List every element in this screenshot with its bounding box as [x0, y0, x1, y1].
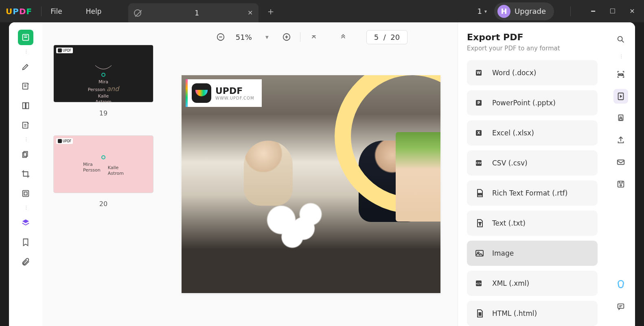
export-rtf[interactable]: RTF Rich Text Format (.rtf): [467, 180, 598, 206]
email-button[interactable]: [613, 155, 628, 170]
form-tool[interactable]: [18, 117, 33, 133]
unsaved-icon: [134, 9, 141, 17]
attachment-tool[interactable]: [18, 254, 33, 269]
window-count-dropdown[interactable]: 1 ▾: [478, 7, 487, 15]
more-icon: ⋯: [23, 50, 28, 55]
divider: [570, 7, 571, 16]
export-image[interactable]: Image: [467, 241, 598, 266]
xml-icon: </>: [474, 278, 485, 289]
svg-point-33: [620, 185, 622, 186]
save-button[interactable]: [613, 177, 628, 191]
document-canvas: 51% ▼ 5 / 20 UPDF WWW.UPDF.COM: [164, 22, 458, 326]
ai-assistant-button[interactable]: [613, 277, 628, 292]
html-icon: H: [474, 308, 485, 319]
zoom-in-button[interactable]: [280, 31, 293, 43]
svg-text:H: H: [479, 313, 482, 316]
export-title: Export PDF: [467, 32, 598, 42]
new-tab-button[interactable]: ＋: [266, 5, 276, 18]
window-close-button[interactable]: ✕: [626, 7, 638, 15]
svg-text:</>: </>: [476, 282, 482, 285]
prev-page-button[interactable]: [337, 31, 349, 43]
window-maximize-button[interactable]: ☐: [607, 7, 619, 15]
bookmark-tool[interactable]: [18, 235, 33, 250]
more-icon: ⋯: [23, 137, 28, 143]
export-xml[interactable]: </> XML (.xml): [467, 271, 598, 296]
window-minimize-button[interactable]: ━: [587, 7, 599, 15]
document-tab[interactable]: 1 ✕: [128, 3, 258, 22]
export-powerpoint[interactable]: P PowerPoint (.pptx): [467, 90, 598, 115]
svg-rect-4: [23, 122, 28, 128]
compress-tool[interactable]: [18, 186, 33, 201]
svg-text:X: X: [478, 131, 480, 135]
pages-tool[interactable]: [18, 98, 33, 113]
workspace: ⋯ ⋯ ⋯: [9, 22, 635, 326]
titlebar-right: 1 ▾ H Upgrade ━ ☐ ✕: [478, 2, 638, 20]
crop-tool[interactable]: [18, 166, 33, 182]
export-panel: Export PDF Export your PDF to any format…: [458, 22, 607, 326]
zoom-value: 51%: [236, 33, 252, 41]
thumbnail-panel: UPDF MiraPersson andKalleAstrom 19 UPDF …: [42, 22, 164, 326]
page-photo-side: [396, 132, 440, 222]
export-html[interactable]: H HTML (.html): [467, 301, 598, 326]
reader-tool[interactable]: [18, 30, 33, 45]
menu-help[interactable]: Help: [86, 7, 102, 15]
upgrade-button[interactable]: H Upgrade: [494, 2, 554, 20]
ocr-button[interactable]: OCR: [613, 67, 628, 82]
page-view[interactable]: UPDF WWW.UPDF.COM: [182, 75, 440, 293]
svg-text:P: P: [478, 101, 480, 105]
svg-rect-29: [619, 115, 623, 121]
page-indicator[interactable]: 5 / 20: [366, 30, 407, 44]
svg-rect-5: [24, 152, 27, 156]
export-text[interactable]: T Text (.txt): [467, 211, 598, 236]
thumb-badge: UPDF: [56, 48, 73, 53]
search-button[interactable]: [613, 32, 628, 47]
upgrade-label: Upgrade: [515, 7, 546, 15]
more-icon: ⋯: [618, 54, 624, 60]
svg-rect-6: [23, 152, 26, 157]
more-icon: ⋯: [23, 206, 28, 211]
thumb-badge: UPDF: [56, 138, 73, 144]
avatar: H: [497, 5, 510, 18]
export-subtitle: Export your PDF to any format: [467, 45, 598, 52]
chevron-down-icon: ▾: [484, 9, 487, 14]
text-icon: T: [474, 218, 485, 228]
tab-close-button[interactable]: ✕: [248, 9, 253, 17]
thumbnail-19[interactable]: UPDF MiraPersson andKalleAstrom: [54, 45, 153, 102]
export-excel[interactable]: X Excel (.xlsx): [467, 120, 598, 146]
thumbnail-number: 20: [54, 200, 153, 208]
menu-file[interactable]: File: [50, 7, 62, 15]
highlight-tool[interactable]: [18, 59, 33, 74]
window-count: 1: [478, 7, 482, 15]
layers-tool[interactable]: [18, 215, 33, 230]
svg-text:CSV: CSV: [476, 161, 482, 164]
csv-icon: CSV: [474, 158, 485, 168]
svg-rect-2: [23, 103, 25, 109]
canvas-toolbar: 51% ▼ 5 / 20: [164, 26, 458, 48]
svg-rect-8: [24, 192, 27, 195]
svg-rect-7: [23, 191, 29, 197]
zoom-out-button[interactable]: [215, 31, 227, 43]
export-word[interactable]: W Word (.docx): [467, 60, 598, 85]
comment-button[interactable]: [613, 299, 628, 314]
protect-button[interactable]: [613, 111, 628, 126]
organize-tool[interactable]: [18, 147, 33, 162]
separator: [300, 32, 300, 42]
export-csv[interactable]: CSV CSV (.csv): [467, 150, 598, 176]
updf-watermark: UPDF WWW.UPDF.COM: [186, 79, 262, 107]
svg-text:RTF: RTF: [478, 193, 483, 196]
edit-text-tool[interactable]: [18, 78, 33, 94]
export-button[interactable]: [613, 89, 628, 104]
thumbnail-20[interactable]: UPDF MiraPersson KalleAstrom: [54, 136, 153, 193]
right-toolbar: ⋯ OCR: [607, 22, 635, 326]
svg-text:W: W: [477, 71, 481, 75]
thumbnail-number: 19: [54, 109, 153, 117]
share-button[interactable]: [613, 133, 628, 148]
svg-rect-3: [26, 103, 28, 109]
rtf-icon: RTF: [474, 188, 485, 198]
image-icon: [474, 248, 485, 259]
divider: [41, 7, 42, 16]
svg-point-26: [618, 37, 622, 41]
first-page-button[interactable]: [308, 31, 320, 43]
zoom-dropdown[interactable]: ▼: [261, 31, 273, 43]
svg-rect-30: [620, 118, 622, 120]
